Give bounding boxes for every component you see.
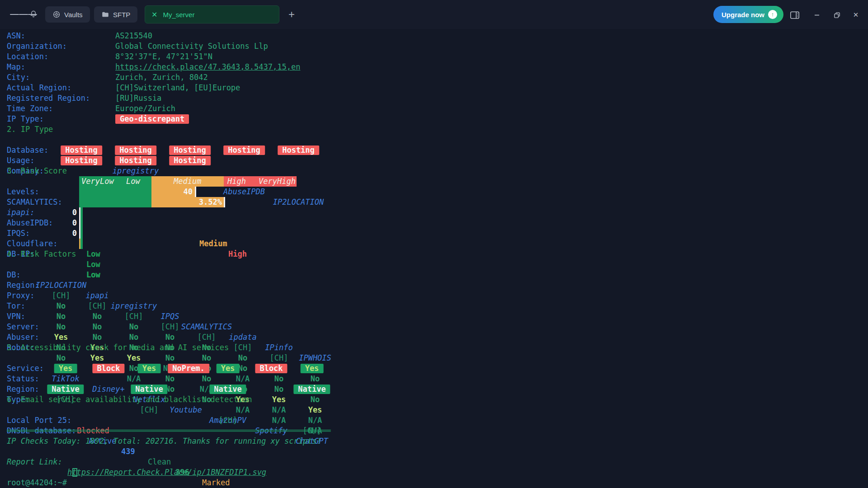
- field-label: Time Zone:: [7, 103, 53, 114]
- separator-line: ════════════════════════════════════════…: [7, 426, 330, 436]
- terminal-cursor: [72, 468, 77, 477]
- scale-label: Low: [126, 176, 140, 187]
- status-badge: Yes: [217, 364, 240, 373]
- close-tab-icon[interactable]: ✕: [151, 10, 157, 19]
- usage-badge: Hosting: [115, 145, 156, 155]
- score-bar: [79, 197, 151, 207]
- scale-label: VeryLow: [81, 176, 114, 187]
- minimize-button[interactable]: [811, 9, 823, 21]
- status-badge: Yes: [138, 364, 161, 373]
- ip-type-badge: Geo-discrepant: [115, 114, 189, 124]
- dnsbl-marked-label: Marked: [202, 478, 230, 488]
- new-tab-button[interactable]: +: [288, 8, 295, 21]
- section-title: 6. Email service availability and blackl…: [7, 394, 252, 405]
- usage-badge: Hosting: [61, 145, 102, 155]
- status-badge: Block: [92, 364, 124, 373]
- field-value: [CH]Switzerland, [EU]Europe: [115, 83, 240, 93]
- field-value: 8°32'37"E, 47°21'51"N: [115, 52, 212, 62]
- status-badge: Block: [255, 364, 287, 373]
- tab-title: My_server: [163, 11, 194, 19]
- field-label: Map:: [7, 62, 25, 72]
- type-badge: Native: [209, 385, 246, 394]
- section-title: 4. Risk Factors: [7, 249, 76, 259]
- status-badge: NoPrem.: [168, 364, 209, 373]
- score-bar: 40: [151, 187, 195, 197]
- title-bar: Vaults SFTP ✕ My_server + Upgrade now ↑ …: [0, 0, 868, 29]
- score-bar: [80, 218, 83, 228]
- map-link[interactable]: https://check.place/47.3643,8.5437,15,en: [115, 62, 300, 72]
- dnsbl-clean-label: Clean: [148, 457, 171, 467]
- company-badge: Hosting: [169, 156, 211, 165]
- score-value: 0: [63, 218, 77, 228]
- section-title: 2. IP Type: [7, 124, 53, 135]
- vault-icon: [52, 10, 61, 19]
- score-bar: [80, 239, 83, 249]
- type-badge: Native: [47, 385, 84, 394]
- usage-badge: Hosting: [223, 145, 265, 155]
- checks-summary: IP Checks Today: 1892; Total: 202716. Th…: [7, 436, 321, 446]
- score-marker: [224, 197, 225, 207]
- field-label: ASN:: [7, 31, 25, 41]
- sftp-button[interactable]: SFTP: [94, 6, 137, 23]
- score-bar: [80, 207, 83, 218]
- sftp-label: SFTP: [113, 11, 130, 19]
- report-label: Report Link:: [7, 457, 67, 467]
- score-bar: [79, 187, 151, 197]
- field-value: Global Connectivity Solutions Llp: [115, 41, 268, 52]
- vaults-label: Vaults: [64, 11, 83, 19]
- field-label: Registered Region:: [7, 93, 90, 103]
- score-bar: 3.52%: [151, 197, 224, 207]
- risk-scale-low-segment: VeryLow Low: [79, 176, 151, 187]
- field-value: Europe/Zurich: [115, 103, 175, 114]
- shell-prompt: root@44204:~#: [7, 478, 67, 488]
- terminal-output[interactable]: ASN:AS215540 Organization:Global Connect…: [0, 29, 868, 488]
- score-value: 0: [63, 228, 77, 239]
- score-value: 0: [63, 207, 77, 218]
- company-badge: Hosting: [115, 156, 156, 165]
- usage-badge: Hosting: [278, 145, 319, 155]
- scale-label: Medium: [174, 176, 201, 187]
- company-badge: Hosting: [61, 156, 102, 165]
- upgrade-label: Upgrade now: [722, 11, 764, 19]
- close-window-button[interactable]: ✕: [850, 9, 862, 21]
- field-value: AS215540: [115, 31, 152, 41]
- sidebar-toggle-icon[interactable]: [789, 9, 801, 21]
- folder-icon: [101, 10, 109, 19]
- section-title: 3. Risk Score: [7, 166, 67, 176]
- score-marker: [195, 187, 196, 197]
- status-badge: Yes: [54, 364, 77, 373]
- section-title: 5. Accessibility check for media and AI …: [7, 343, 229, 353]
- field-label: Actual Region:: [7, 83, 71, 93]
- risk-scale-high-segment: High VeryHigh: [224, 176, 297, 187]
- scale-label: VeryHigh: [259, 176, 296, 187]
- field-label: Organization:: [7, 41, 67, 52]
- field-label: Location:: [7, 52, 48, 62]
- vaults-button[interactable]: Vaults: [45, 6, 90, 23]
- score-value: 40: [184, 187, 193, 197]
- upgrade-button[interactable]: Upgrade now ↑: [713, 6, 783, 23]
- usage-badge: Hosting: [169, 145, 211, 155]
- type-badge: Native: [293, 385, 330, 394]
- type-badge: Native: [131, 385, 167, 394]
- upgrade-arrow-icon: ↑: [768, 10, 777, 19]
- field-label: IP Type:: [7, 114, 44, 124]
- app-window: { "colors":{"accent_teal":"#2FA879","lab…: [0, 0, 868, 488]
- score-value: 3.52%: [199, 197, 222, 207]
- scale-label: High: [227, 176, 246, 187]
- score-bar: [80, 228, 83, 239]
- restore-button[interactable]: [831, 9, 843, 21]
- field-value: [RU]Russia: [115, 93, 161, 103]
- risk-scale-medium-segment: Medium: [151, 176, 224, 187]
- field-label: City:: [7, 72, 30, 83]
- field-value: Zurich, Zurich, 8042: [115, 72, 208, 83]
- notifications-bell-icon[interactable]: [29, 10, 38, 19]
- status-badge: Yes: [301, 364, 324, 373]
- tab-my-server[interactable]: ✕ My_server: [145, 5, 279, 23]
